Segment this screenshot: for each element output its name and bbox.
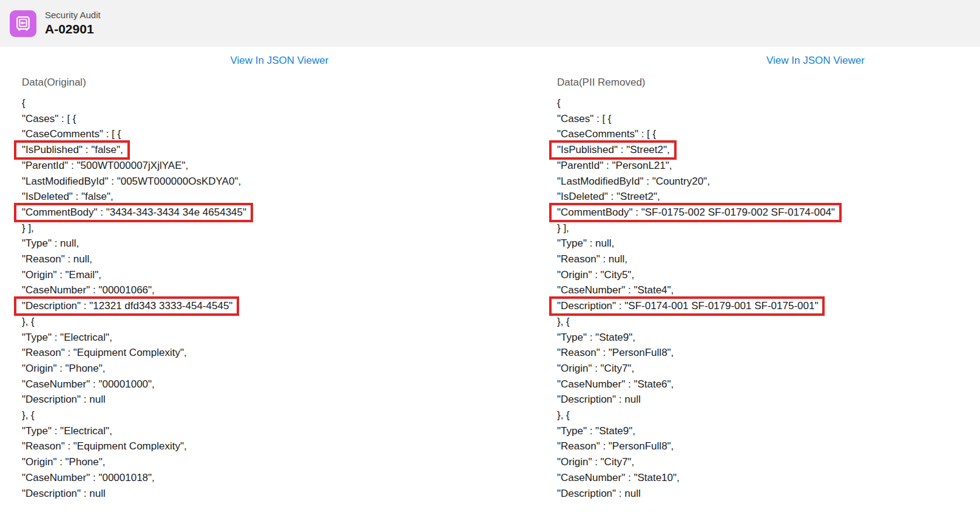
json-line: "CaseNumber" : "State10", [557, 470, 980, 486]
json-line: "Type" : "Electrical", [22, 330, 537, 346]
json-block-pii-removed: {"Cases" : [ {"CaseComments" : [ {"IsPub… [557, 95, 980, 501]
json-line: "CaseNumber" : "00001018", [22, 470, 537, 486]
view-in-json-viewer-link[interactable]: View In JSON Viewer [766, 55, 865, 66]
json-line: "Reason" : "PersonFull8", [557, 345, 980, 361]
json-line: "Reason" : null, [22, 251, 537, 267]
json-line: "Type" : null, [557, 236, 980, 251]
json-line: "LastModifiedById" : "Country20", [557, 174, 980, 189]
page-title: A-02901 [45, 21, 101, 37]
json-block-original: {"Cases" : [ {"CaseComments" : [ {"IsPub… [22, 95, 537, 501]
json-line: "Reason" : "Equipment Complexity", [22, 439, 537, 454]
json-line: "Origin" : "City5", [557, 267, 980, 283]
comparison-area: View In JSON Viewer Data(Original) {"Cas… [0, 47, 980, 501]
json-line: "Description" : null [557, 392, 980, 408]
json-line: } ], [557, 220, 980, 236]
highlighted-json-line: "IsPublished" : "Street2", [557, 142, 670, 158]
safe-icon [10, 10, 36, 37]
json-line: "CaseComments" : [ { [557, 126, 980, 142]
json-line: "IsDeleted" : "false", [22, 189, 537, 205]
json-line: "Cases" : [ { [557, 111, 980, 127]
json-line: "Origin" : "Email", [22, 267, 537, 283]
json-line: }, { [557, 314, 980, 330]
json-line: "Type" : null, [22, 236, 537, 251]
json-line: "Reason" : null, [557, 251, 980, 267]
highlighted-json-line: "CommentBody" : "SF-0175-002 SF-0179-002… [557, 205, 835, 220]
json-line: "Origin" : "Phone", [22, 454, 537, 470]
json-line: "CaseNumber" : "00001000", [22, 377, 537, 392]
json-line: "Origin" : "City7", [557, 361, 980, 377]
highlighted-json-line: "Description" : "12321 dfd343 3333-454-4… [22, 298, 232, 314]
panel-title-pii-removed: Data(PII Removed) [557, 77, 980, 90]
panel-data-pii-removed: View In JSON Viewer Data(PII Removed) {"… [537, 55, 980, 501]
json-line: "Origin" : "City7", [557, 454, 980, 470]
json-line: "Type" : "Electrical", [22, 423, 537, 439]
json-line: "Description" : null [557, 486, 980, 502]
highlighted-json-line: "CommentBody" : "3434-343-3434 34e 46543… [22, 205, 246, 220]
json-line: }, { [557, 408, 980, 423]
json-line: "CaseNumber" : "00001066", [22, 282, 537, 298]
json-line: "Description" : null [22, 486, 537, 502]
json-line: "ParentId" : "500WT000007jXjlYAE", [22, 158, 537, 174]
json-line: } ], [22, 220, 537, 236]
json-line: "Reason" : "Equipment Complexity", [22, 345, 537, 361]
json-line: }, { [22, 314, 537, 330]
json-line: "Description" : null [22, 392, 537, 408]
record-header: Security Audit A-02901 [0, 0, 980, 47]
panel-data-original: View In JSON Viewer Data(Original) {"Cas… [0, 55, 537, 501]
json-line: "Cases" : [ { [22, 111, 537, 127]
json-line: "CaseComments" : [ { [22, 126, 537, 142]
json-line: { [22, 95, 537, 111]
json-line: "Type" : "State9", [557, 330, 980, 346]
json-line: "Type" : "State9", [557, 423, 980, 439]
json-line: "ParentId" : "PersonL21", [557, 158, 980, 174]
panel-title-original: Data(Original) [22, 77, 537, 90]
json-line: "CaseNumber" : "State4", [557, 282, 980, 298]
json-line: "CaseNumber" : "State6", [557, 377, 980, 392]
viewer-link-row: View In JSON Viewer [22, 55, 537, 68]
view-in-json-viewer-link[interactable]: View In JSON Viewer [231, 55, 329, 66]
json-line: "IsDeleted" : "Street2", [557, 189, 980, 205]
highlighted-json-line: "Description" : "SF-0174-001 SF-0179-001… [557, 298, 818, 314]
highlighted-json-line: "IsPublished" : "false", [22, 142, 123, 158]
json-line: { [557, 95, 980, 111]
json-line: }, { [22, 408, 537, 423]
json-line: "Origin" : "Phone", [22, 361, 537, 377]
viewer-link-row: View In JSON Viewer [557, 55, 980, 68]
json-line: "LastModifiedById" : "005WT000000OsKDYA0… [22, 174, 537, 189]
json-line: "Reason" : "PersonFull8", [557, 439, 980, 454]
object-label: Security Audit [45, 10, 101, 21]
